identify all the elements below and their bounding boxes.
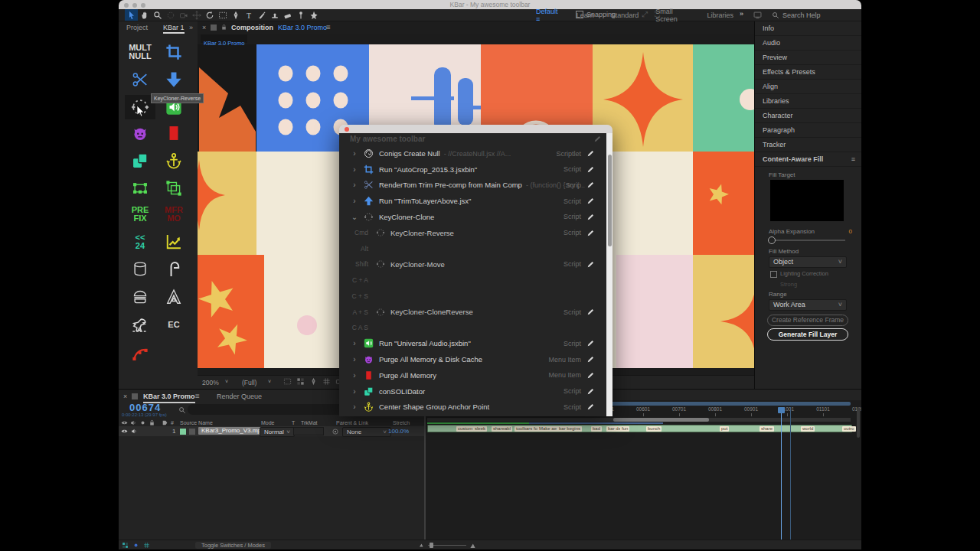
- playhead-line[interactable]: [781, 407, 782, 540]
- column-t[interactable]: T: [292, 419, 295, 426]
- alpha-expansion-value[interactable]: 0: [849, 228, 852, 235]
- panel-content-aware-fill[interactable]: Content-Aware Fill ≡: [755, 152, 861, 167]
- layer-stretch-value[interactable]: 100.0%: [388, 428, 409, 435]
- range-dropdown[interactable]: Work Area˅: [769, 299, 847, 311]
- puppet-pin-tool-icon[interactable]: [294, 9, 307, 21]
- pen-tool-icon[interactable]: [229, 9, 242, 21]
- orbit-camera-tool-icon[interactable]: [164, 9, 177, 21]
- bezier-button[interactable]: [125, 341, 155, 366]
- column-stretch[interactable]: Stretch: [393, 419, 410, 426]
- kbar-action-row[interactable]: ›conSOLIDatorScript: [339, 383, 603, 399]
- panel-effects-presets[interactable]: Effects & Presets: [755, 65, 861, 80]
- generate-fill-layer-button[interactable]: Generate Fill Layer: [767, 328, 848, 341]
- kbar-modifier-row[interactable]: ShiftKeyCloner-MoveScript: [339, 256, 603, 272]
- checkerboard-icon[interactable]: [296, 377, 305, 386]
- chevron-right-icon[interactable]: ›: [350, 355, 359, 364]
- purge-all-memory-button[interactable]: [158, 121, 189, 145]
- layer-marker[interactable]: bunch: [646, 426, 662, 432]
- pipe-button[interactable]: [158, 257, 189, 282]
- chevron-right-icon[interactable]: ›: [350, 149, 359, 158]
- timeline-zoom-in-icon[interactable]: [469, 541, 478, 549]
- chevron-right-icon[interactable]: ›: [350, 339, 359, 347]
- layer-color-swatch[interactable]: [180, 429, 186, 435]
- prefix-button[interactable]: PRE FIX: [125, 202, 155, 227]
- tab-kbar1[interactable]: KBar 1: [163, 24, 185, 34]
- layer-marker[interactable]: share: [760, 426, 774, 432]
- motion-sketch-tool-icon[interactable]: [307, 9, 320, 21]
- kbar-modifier-row[interactable]: C + S: [339, 288, 603, 304]
- layer-marker[interactable]: put: [720, 426, 729, 432]
- tab-overflow-chevron[interactable]: »: [189, 24, 193, 31]
- tab-project[interactable]: Project: [126, 24, 148, 31]
- pencil-icon[interactable]: [586, 213, 595, 221]
- kbar-action-row[interactable]: ›Run "TrimToLayerAbove.jsx"Script: [339, 193, 603, 209]
- shape-nodes-button[interactable]: [125, 176, 155, 201]
- center-anchor-button[interactable]: [158, 148, 189, 173]
- pencil-icon[interactable]: [586, 149, 595, 158]
- autocrop-button[interactable]: [158, 40, 189, 64]
- parent-pickwhip-icon[interactable]: [332, 428, 339, 435]
- comp-tab-name[interactable]: KBar 3.0 Promo: [278, 24, 327, 31]
- workspace-default[interactable]: Default ≡: [536, 8, 560, 23]
- kbar-action-row[interactable]: ›Center Shape Group Anchor PointScript: [339, 399, 603, 415]
- chevron-right-icon[interactable]: ›: [350, 403, 359, 411]
- rotation-tool-icon[interactable]: [203, 9, 216, 21]
- pencil-icon[interactable]: [586, 371, 595, 380]
- pencil-icon[interactable]: [586, 387, 595, 396]
- layer-marker[interactable]: bad: [591, 426, 602, 432]
- panel-character[interactable]: Character: [755, 109, 861, 123]
- timeline-zoom-slider[interactable]: [428, 545, 466, 546]
- layer-marker[interactable]: sleek: [473, 426, 487, 432]
- rendertom-trim-button[interactable]: [125, 67, 155, 92]
- kbar-action-row[interactable]: ›Run "AutoCrop_2015.3.jsxbin"Script: [339, 161, 603, 178]
- kbar-window-scrollbar-track[interactable]: [606, 133, 612, 416]
- kbar-action-row[interactable]: ⌄KeyCloner-CloneScript: [339, 209, 603, 225]
- kbar-modifier-row[interactable]: Alt: [339, 240, 603, 256]
- hand-tool-icon[interactable]: [138, 9, 151, 21]
- chevron-right-icon[interactable]: ›: [350, 387, 359, 396]
- dolly-camera-tool-icon[interactable]: [190, 9, 203, 21]
- am-footer-icon-1[interactable]: [122, 542, 129, 549]
- pencil-icon[interactable]: [586, 403, 595, 411]
- layer-marker[interactable]: fun: [620, 426, 629, 432]
- column-parent-link[interactable]: Parent & Link: [336, 419, 368, 426]
- kbar-modifier-row[interactable]: C A S: [339, 320, 603, 336]
- panel-tracker[interactable]: Tracker: [755, 138, 861, 152]
- timeline-zoom-out-icon[interactable]: [419, 542, 425, 548]
- am-footer-icon-2[interactable]: [132, 542, 139, 549]
- layer-video-toggle[interactable]: [121, 428, 128, 435]
- ec-button[interactable]: EC: [158, 312, 189, 337]
- chevron-right-icon[interactable]: ›: [350, 165, 359, 174]
- alpha-expansion-slider[interactable]: [770, 240, 845, 241]
- close-icon[interactable]: ×: [202, 24, 206, 31]
- layer-parent-dropdown[interactable]: None˅: [342, 427, 391, 437]
- pencil-icon[interactable]: [593, 135, 602, 143]
- layer-marker[interactable]: outro: [842, 426, 856, 432]
- zoom-tool-icon[interactable]: [151, 9, 164, 21]
- kbar-modifier-row[interactable]: C + A: [339, 272, 603, 289]
- audio-column-icon[interactable]: [130, 419, 137, 426]
- trim-to-layer-above-button[interactable]: [158, 67, 189, 92]
- cylinder-button[interactable]: [125, 257, 155, 282]
- layer-marker[interactable]: world: [801, 426, 815, 432]
- layer-row[interactable]: 1 KBar3_Promo_V3.mp4 Normal˅ None˅ 100.0…: [119, 426, 425, 436]
- kbar-action-row[interactable]: ›Purge All Memory & Disk CacheMenu Item: [339, 351, 603, 367]
- chevron-right-icon[interactable]: ›: [350, 197, 359, 205]
- pencil-icon[interactable]: [586, 181, 595, 189]
- pencil-icon[interactable]: [586, 229, 595, 237]
- timeline-tab-menu-icon[interactable]: ≡: [195, 392, 200, 400]
- create-reference-frame-button[interactable]: Create Reference Frame: [767, 315, 848, 326]
- work-area-region[interactable]: [613, 418, 709, 422]
- column-trkmat[interactable]: TrkMat: [301, 419, 318, 426]
- safe-guides-icon[interactable]: [283, 377, 292, 386]
- workspace-learn[interactable]: Learn: [577, 11, 594, 19]
- column-mode[interactable]: Mode: [261, 419, 275, 426]
- workspace-small-screen[interactable]: Small Screen: [655, 8, 690, 23]
- track-scrollbar[interactable]: [857, 407, 860, 438]
- layer-mode-dropdown[interactable]: Normal˅: [260, 427, 295, 437]
- selection-tool-icon[interactable]: [125, 9, 138, 21]
- layer-marker[interactable]: custom: [456, 426, 474, 432]
- layer-marker[interactable]: bar begins: [557, 426, 582, 432]
- layer-audio-toggle[interactable]: [131, 428, 138, 435]
- type-tool-icon[interactable]: T: [242, 9, 255, 21]
